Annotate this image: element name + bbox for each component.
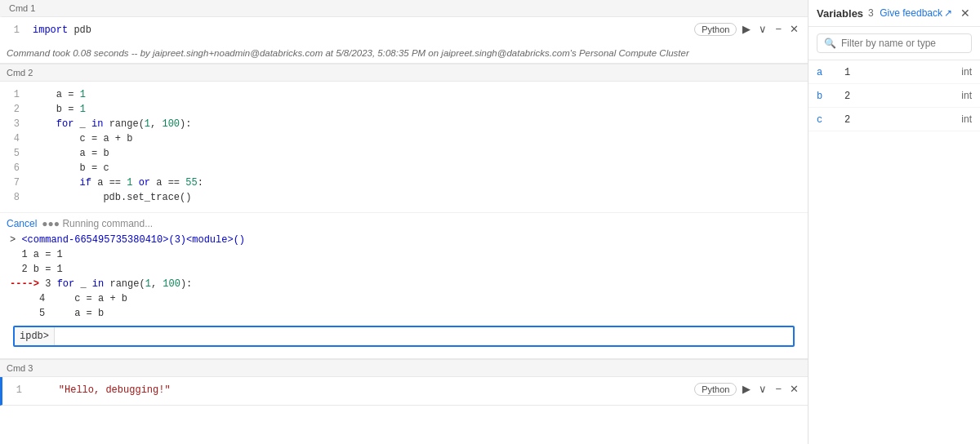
search-box: 🔍 xyxy=(817,33,972,53)
debug-line: > <command-665495735380410>(3)<module>() xyxy=(10,233,801,247)
cell-3: Python ▶ ∨ − ✕ 1 "Hello, debugging!" xyxy=(0,377,808,406)
var-type-b: int xyxy=(961,90,972,101)
cell3-toolbar: Python ▶ ∨ − ✕ xyxy=(694,382,801,396)
variables-panel: Variables 3 Give feedback ↗ ✕ 🔍 a 1 int xyxy=(808,0,980,444)
cell2-running-area: Cancel ●●● Running command... > <command… xyxy=(0,212,808,358)
cell1-toolbar: Python ▶ ∨ − ✕ xyxy=(694,22,801,36)
code-line: 8 pdb.set_trace() xyxy=(0,191,808,206)
code-line: 1 "Hello, debugging!" xyxy=(2,384,808,398)
variables-list: a 1 int b 2 int c 2 xyxy=(808,60,980,444)
cmd3-label-text: Cmd 3 xyxy=(7,363,33,373)
var-value-c: 2 xyxy=(844,114,850,126)
code-line: 2 b = 1 xyxy=(0,103,808,118)
variables-title: Variables xyxy=(817,7,863,20)
cell3-python-badge: Python xyxy=(694,383,737,396)
cell3-run-btn[interactable]: ▶ xyxy=(740,382,753,396)
variable-row-c: c 2 int xyxy=(808,108,980,131)
debug-line: 1 a = 1 xyxy=(10,247,801,262)
ipdb-input[interactable] xyxy=(55,327,793,345)
cell1-code-area: Python ▶ ∨ − ✕ 1 import pdb xyxy=(0,17,808,45)
var-name-c: c xyxy=(817,114,822,126)
code-line: 1 import pdb xyxy=(0,24,808,38)
var-value-b: 2 xyxy=(844,91,850,102)
search-row: 🔍 xyxy=(808,27,980,60)
cell1-code-lines: 1 import pdb xyxy=(0,24,808,38)
close-panel-button[interactable]: ✕ xyxy=(959,7,972,20)
ipdb-prompt: ipdb> xyxy=(15,327,55,345)
code-line: 5 a = b xyxy=(0,147,808,162)
search-icon: 🔍 xyxy=(824,38,836,49)
var-value-a: 1 xyxy=(844,67,850,78)
cell3-minus-btn[interactable]: − xyxy=(773,382,784,396)
var-type-c: int xyxy=(961,113,972,125)
cell3-down-btn[interactable]: ∨ xyxy=(756,382,769,396)
cell1-output: Command took 0.08 seconds -- by jaipreet… xyxy=(0,45,808,63)
notebook-area: Cmd 1 Python ▶ ∨ − ✕ 1 import pdb Comman… xyxy=(0,0,808,444)
code-line: 4 c = a + b xyxy=(0,132,808,147)
cell2-code-area: 1 a = 1 2 b = 1 3 for _ in range(1, 100)… xyxy=(0,82,808,212)
var-type-a: int xyxy=(961,66,972,78)
variables-count: 3 xyxy=(868,7,874,19)
debug-line: 4 c = a + b xyxy=(10,291,801,306)
cell1-down-btn[interactable]: ∨ xyxy=(756,22,769,36)
cmd2-label: Cmd 2 xyxy=(0,64,808,82)
var-name-b: b xyxy=(817,91,822,102)
cancel-button[interactable]: Cancel xyxy=(7,218,37,229)
search-input[interactable] xyxy=(841,38,964,49)
code-line: 1 a = 1 xyxy=(0,88,808,103)
code-line: 7 if a == 1 or a == 55: xyxy=(0,176,808,191)
variable-row-a: a 1 int xyxy=(808,60,980,84)
cell1-python-badge: Python xyxy=(694,23,737,36)
debug-input-row: ipdb> xyxy=(13,326,795,347)
cell1-minus-btn[interactable]: − xyxy=(773,22,784,36)
debug-line: ----> 3 for _ in range(1, 100): xyxy=(10,277,801,291)
cell-1: Python ▶ ∨ − ✕ 1 import pdb Command took… xyxy=(0,17,808,64)
var-name-a: a xyxy=(817,67,822,78)
cmd3-label: Cmd 3 xyxy=(0,359,808,377)
cmd2-label-text: Cmd 2 xyxy=(7,68,33,78)
cell2-code-lines: 1 a = 1 2 b = 1 3 for _ in range(1, 100)… xyxy=(0,88,808,206)
cell1-close-btn[interactable]: ✕ xyxy=(787,22,801,36)
cell-2: 1 a = 1 2 b = 1 3 for _ in range(1, 100)… xyxy=(0,82,808,359)
running-header: Cancel ●●● Running command... xyxy=(7,218,801,229)
debug-output: > <command-665495735380410>(3)<module>()… xyxy=(7,233,801,321)
debug-line: 5 a = b xyxy=(10,306,801,321)
external-link-icon: ↗ xyxy=(944,7,952,19)
cmd1-label: Cmd 1 xyxy=(0,0,808,17)
feedback-label: Give feedback xyxy=(880,7,942,19)
running-text: ●●● Running command... xyxy=(42,218,153,229)
code-line: 6 b = c xyxy=(0,162,808,176)
cell1-run-btn[interactable]: ▶ xyxy=(740,22,753,36)
debug-line: 2 b = 1 xyxy=(10,262,801,277)
code-line: 3 for _ in range(1, 100): xyxy=(0,118,808,132)
cmd1-label-text: Cmd 1 xyxy=(9,3,35,13)
cell3-code-lines: 1 "Hello, debugging!" xyxy=(2,384,808,398)
cell3-close-btn[interactable]: ✕ xyxy=(787,382,801,396)
cell3-code-area: Python ▶ ∨ − ✕ 1 "Hello, debugging!" xyxy=(2,377,808,405)
variable-row-b: b 2 int xyxy=(808,84,980,108)
feedback-link[interactable]: Give feedback ↗ xyxy=(880,7,952,19)
variables-header: Variables 3 Give feedback ↗ ✕ xyxy=(808,0,980,27)
